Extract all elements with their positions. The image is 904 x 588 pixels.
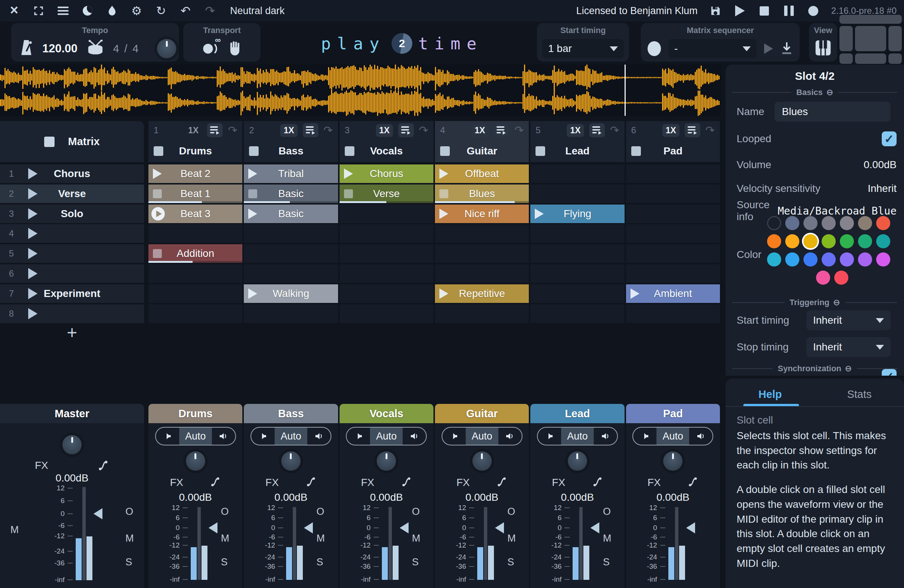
clip-play-icon[interactable] [535, 209, 544, 219]
repeat-button[interactable]: 1X [471, 124, 488, 137]
fader-handle[interactable] [400, 522, 409, 533]
tab-help[interactable]: Help [725, 384, 815, 405]
meter-mute-button[interactable]: M [316, 533, 325, 544]
tempo-bpm-value[interactable]: 120.00 [42, 42, 77, 55]
scene-play-button[interactable] [28, 288, 38, 299]
queue-play-icon[interactable] [398, 123, 414, 138]
auto-button[interactable]: Auto [179, 428, 212, 445]
slot-cell[interactable] [340, 224, 433, 243]
clip-play-icon[interactable] [248, 169, 257, 179]
slot-cell[interactable] [626, 244, 720, 263]
clip-stop-icon[interactable] [153, 189, 162, 198]
slot-cell[interactable] [244, 304, 338, 323]
channel-strip-header[interactable]: Pad [626, 404, 720, 423]
color-swatch[interactable] [840, 216, 854, 230]
slot-cell[interactable]: Walking [244, 285, 338, 303]
fullscreen-icon[interactable] [32, 4, 45, 17]
channel-strip-header[interactable]: Vocals [340, 404, 433, 423]
color-swatch[interactable] [876, 216, 890, 230]
start-timing-dropdown[interactable]: Inherit [806, 310, 891, 330]
slot-cell[interactable] [530, 304, 624, 323]
scene-play-button[interactable] [28, 208, 38, 220]
channel-strip-header[interactable]: Drums [149, 404, 242, 423]
fx-button[interactable]: FX [648, 477, 661, 488]
drum-icon[interactable] [87, 40, 104, 57]
routing-icon[interactable] [496, 476, 507, 489]
clip-play-icon[interactable] [439, 169, 448, 179]
meter-mute-button[interactable]: M [10, 524, 19, 536]
scene-play-button[interactable] [28, 168, 38, 179]
track-column-header[interactable]: 41X↷Guitar [435, 121, 529, 162]
slot-cell[interactable] [340, 244, 433, 263]
playhead-cursor[interactable] [624, 65, 626, 116]
channel-volume-knob[interactable] [186, 451, 205, 471]
clip-stop-icon[interactable] [344, 189, 353, 198]
routing-icon[interactable] [687, 476, 699, 489]
volume-value[interactable]: 0.00dB [864, 159, 896, 171]
routing-icon[interactable] [401, 476, 412, 489]
slot-cell[interactable] [340, 304, 433, 323]
channel-volume-value[interactable]: 0.00dB [244, 492, 338, 503]
track-column-header[interactable]: 51X↷Lead [530, 121, 624, 162]
slot-cell[interactable] [626, 185, 720, 203]
loop-record-icon[interactable]: ∞ [202, 41, 218, 57]
start-timing-dropdown[interactable]: 1 bar [542, 39, 624, 58]
slot-cell[interactable]: Beat 1 [149, 185, 242, 203]
stop-button[interactable] [758, 4, 771, 17]
tempo-knob[interactable] [157, 39, 176, 58]
speaker-muted-icon[interactable] [538, 428, 561, 445]
slot-cell[interactable] [626, 264, 720, 283]
meter-solo-button[interactable]: S [603, 556, 610, 568]
tab-stats[interactable]: Stats [815, 384, 904, 405]
color-swatch[interactable] [803, 253, 817, 267]
auto-button[interactable]: Auto [275, 428, 307, 445]
slot-cell[interactable] [530, 285, 624, 303]
save-icon[interactable] [709, 4, 722, 17]
channel-strip-header[interactable]: Bass [244, 404, 338, 423]
column-redo-icon[interactable]: ↷ [419, 125, 428, 136]
scene-row[interactable]: 5 [0, 244, 144, 263]
channel-volume-value[interactable]: 0.00dB [340, 492, 433, 503]
speaker-on-icon[interactable] [594, 428, 617, 445]
meter-solo-button[interactable]: S [507, 556, 514, 568]
fader-handle[interactable] [304, 522, 313, 533]
channel-volume-value[interactable]: 0.00dB [626, 492, 720, 503]
layout-center-panel[interactable] [855, 26, 886, 51]
track-column-header[interactable]: 11X↷Drums [149, 121, 242, 162]
queue-play-icon[interactable] [685, 123, 700, 138]
scene-play-button[interactable] [28, 268, 38, 279]
scene-row[interactable]: 1Chorus [0, 164, 144, 183]
channel-volume-value[interactable]: 0.00dB [149, 492, 242, 503]
refresh-icon[interactable]: ↻ [154, 4, 168, 17]
dark-mode-moon-icon[interactable] [81, 4, 94, 17]
fx-button[interactable]: FX [457, 477, 470, 488]
slot-cell[interactable]: Beat 2 [149, 164, 242, 183]
slot-cell[interactable]: Beat 3 [149, 204, 242, 223]
matrix-header[interactable]: Matrix [0, 121, 144, 162]
layout-bottom-left[interactable] [839, 54, 853, 64]
track-column-header[interactable]: 21X↷Bass [244, 121, 338, 162]
fx-button[interactable]: FX [552, 477, 565, 488]
meter-solo-button[interactable]: S [221, 556, 228, 568]
slot-cell[interactable] [340, 264, 433, 283]
scene-play-button[interactable] [28, 248, 38, 259]
slot-cell[interactable]: Ambient [626, 285, 720, 303]
piano-view-icon[interactable] [815, 40, 831, 57]
slot-cell[interactable]: Basic [244, 185, 338, 203]
master-strip-header[interactable]: Master [0, 404, 144, 423]
channel-volume-knob[interactable] [281, 451, 300, 471]
scene-row[interactable]: 2Verse [0, 185, 144, 203]
master-volume-value[interactable]: 0.00dB [0, 472, 144, 484]
slot-cell[interactable] [626, 304, 720, 323]
auto-button[interactable]: Auto [656, 428, 689, 445]
settings-gear-icon[interactable]: ⚙ [130, 4, 143, 17]
panel-layout-selector[interactable] [839, 15, 902, 66]
color-swatch[interactable] [840, 234, 854, 248]
color-swatch[interactable] [822, 234, 836, 248]
slot-cell[interactable] [149, 264, 242, 283]
triggering-section-header[interactable]: Triggering⊖ [732, 298, 897, 307]
slot-cell[interactable] [530, 185, 624, 203]
color-swatch[interactable] [767, 234, 781, 248]
scene-play-button[interactable] [28, 308, 38, 319]
slot-cell[interactable]: Offbeat [435, 164, 529, 183]
